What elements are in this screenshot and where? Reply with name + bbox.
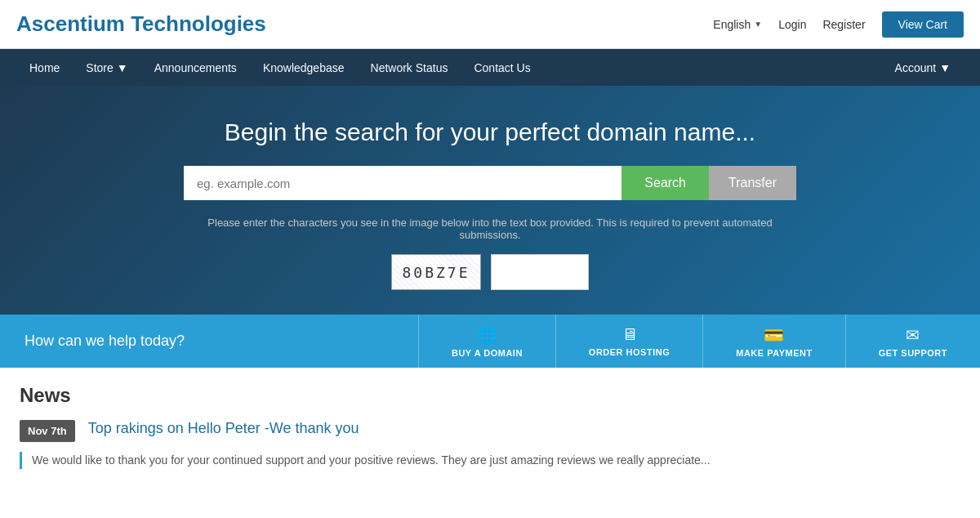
search-button[interactable]: Search [621,166,709,200]
domain-search-input[interactable] [184,166,621,200]
nav-item-knowledgebase[interactable]: Knowledgebase [250,49,358,86]
language-selector[interactable]: English ▼ [713,18,762,31]
nav-contact-us-label: Contact Us [474,61,530,74]
news-title-link[interactable]: Top rakings on Hello Peter -We thank you [88,420,359,437]
help-text: How can we help today? [0,315,418,368]
nav-account-label: Account [895,61,937,74]
nav-item-account[interactable]: Account ▼ [882,49,964,86]
language-dropdown-arrow: ▼ [754,20,762,29]
captcha-input[interactable] [491,254,589,290]
hero-section: Begin the search for your perfect domain… [0,86,980,315]
nav-item-contact-us[interactable]: Contact Us [461,49,543,86]
quick-links-bar: How can we help today? 🌐 BUY A DOMAIN 🖥 … [0,315,980,368]
globe-icon: 🌐 [477,325,497,345]
captcha-text: 80BZ7E [402,264,470,281]
quick-link-make-payment[interactable]: 💳 MAKE PAYMENT [702,315,844,368]
captcha-row: 80BZ7E [16,254,964,290]
hero-title: Begin the search for your perfect domain… [16,118,964,146]
buy-domain-label: BUY A DOMAIN [452,348,523,358]
account-dropdown-arrow: ▼ [939,61,951,74]
domain-search-row: Search Transfer [184,166,796,200]
card-icon: 💳 [764,325,784,345]
nav-item-store[interactable]: Store ▼ [73,49,140,86]
main-nav: Home Store ▼ Announcements Knowledgebase… [0,49,980,86]
quick-link-get-support[interactable]: ✉ GET SUPPORT [845,315,980,368]
get-support-label: GET SUPPORT [879,348,947,358]
quick-link-order-hosting[interactable]: 🖥 ORDER HOSTING [555,315,702,368]
news-excerpt: We would like to thank you for your cont… [20,452,960,469]
login-link[interactable]: Login [778,18,806,31]
view-cart-button[interactable]: View Cart [882,11,964,38]
nav-store-label: Store [86,61,113,74]
quick-link-buy-domain[interactable]: 🌐 BUY A DOMAIN [418,315,555,368]
top-bar: Ascentium Technologies English ▼ Login R… [0,0,980,49]
language-label: English [713,18,751,31]
news-section-title: News [20,384,960,407]
server-icon: 🖥 [621,325,638,344]
nav-knowledgebase-label: Knowledgebase [263,61,345,74]
nav-item-announcements[interactable]: Announcements [141,49,250,86]
nav-network-status-label: Network Status [371,61,448,74]
nav-home-label: Home [29,61,60,74]
logo[interactable]: Ascentium Technologies [16,11,266,37]
mail-icon: ✉ [906,325,920,345]
nav-item-home[interactable]: Home [16,49,73,86]
news-date-badge: Nov 7th [20,420,75,442]
nav-announcements-label: Announcements [154,61,237,74]
top-right-nav: English ▼ Login Register View Cart [713,11,964,38]
captcha-hint: Please enter the characters you see in t… [204,217,776,241]
order-hosting-label: ORDER HOSTING [589,347,670,357]
store-dropdown-arrow: ▼ [117,61,128,74]
nav-left: Home Store ▼ Announcements Knowledgebase… [16,49,544,86]
transfer-button[interactable]: Transfer [709,166,796,200]
news-item: Nov 7th Top rakings on Hello Peter -We t… [20,420,960,442]
nav-right: Account ▼ [882,49,964,86]
captcha-image: 80BZ7E [391,254,481,290]
news-section: News Nov 7th Top rakings on Hello Peter … [0,368,980,485]
nav-item-network-status[interactable]: Network Status [358,49,461,86]
register-link[interactable]: Register [822,18,865,31]
make-payment-label: MAKE PAYMENT [736,348,812,358]
